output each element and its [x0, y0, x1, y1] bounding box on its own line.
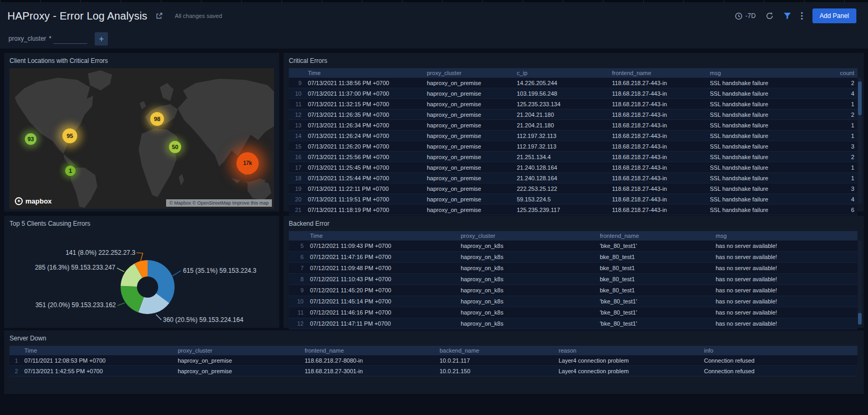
cell: 07/12/2021 11:47:11 PM +0700: [307, 318, 458, 329]
table-row[interactable]: 1007/13/2021 11:37:00 PM +0700haproxy_on…: [289, 88, 857, 99]
world-map[interactable]: ✦ mapbox © Mapbox © OpenStreetMap Improv…: [10, 68, 274, 209]
table-row[interactable]: 1607/13/2021 11:25:56 PM +0700haproxy_on…: [289, 152, 857, 162]
cell: 118.68.218.27-443-in: [609, 88, 707, 99]
table-row[interactable]: 1307/13/2021 11:26:34 PM +0700haproxy_on…: [289, 120, 857, 131]
cell: 07/13/2021 1:42:55 PM +0700: [21, 366, 175, 376]
map-bubble[interactable]: 93: [25, 133, 36, 145]
add-panel-button[interactable]: Add Panel: [812, 8, 856, 23]
column-header[interactable]: Time: [21, 346, 175, 355]
column-header[interactable]: proxy_cluster: [424, 68, 514, 78]
cell: 118.68.218.27-443-in: [609, 120, 707, 131]
cell: haproxy_on_k8s: [458, 252, 597, 263]
column-header[interactable]: backend_name: [436, 346, 555, 355]
cell: 103.199.56.248: [514, 88, 609, 99]
scrollbar-thumb[interactable]: [858, 81, 862, 115]
table-row[interactable]: 507/12/2021 11:09:43 PM +0700haproxy_on_…: [289, 241, 857, 252]
time-range-button[interactable]: -7D: [735, 12, 755, 20]
map-bubble[interactable]: 50: [169, 141, 181, 153]
row-number: 5: [289, 241, 307, 252]
table-row[interactable]: 1107/12/2021 11:46:16 PM +0700haproxy_on…: [289, 307, 857, 318]
table-row[interactable]: 1107/13/2021 11:32:15 PM +0700haproxy_on…: [289, 99, 857, 109]
cell: 07/12/2021 11:47:16 PM +0700: [307, 252, 458, 263]
table-row[interactable]: 907/12/2021 11:45:20 PM +0700haproxy_on_…: [289, 285, 857, 296]
column-header[interactable]: Time: [307, 231, 458, 241]
filter-button[interactable]: [783, 12, 791, 20]
map-bubble[interactable]: 1: [65, 165, 76, 176]
table-row[interactable]: 807/12/2021 11:10:43 PM +0700haproxy_on_…: [289, 274, 857, 285]
cell: 118.68.218.27-443-in: [609, 194, 707, 205]
table-row[interactable]: 107/11/2021 12:08:53 PM +0700haproxy_on_…: [10, 355, 857, 366]
map-attribution[interactable]: © Mapbox © OpenStreetMap Improve this ma…: [166, 199, 272, 207]
column-header[interactable]: [289, 68, 305, 78]
cell: haproxy_on_premise: [424, 194, 514, 205]
cell: haproxy_on_k8s: [458, 285, 597, 296]
column-header[interactable]: [289, 231, 307, 241]
more-menu-button[interactable]: [801, 12, 803, 20]
mapbox-logo[interactable]: ✦ mapbox: [15, 197, 52, 205]
column-header[interactable]: reason: [555, 346, 701, 355]
cell: 118.68.218.27-443-in: [609, 173, 707, 183]
column-header[interactable]: frontend_name: [609, 68, 707, 78]
table-row[interactable]: 2107/13/2021 11:18:19 PM +0700haproxy_on…: [289, 205, 857, 215]
table-row[interactable]: 1507/13/2021 11:26:20 PM +0700haproxy_on…: [289, 141, 857, 152]
table-row[interactable]: 1207/12/2021 11:47:11 PM +0700haproxy_on…: [289, 318, 857, 329]
column-header[interactable]: msg: [712, 231, 857, 241]
refresh-button[interactable]: [765, 12, 774, 20]
table-row[interactable]: 907/13/2021 11:38:56 PM +0700haproxy_on_…: [289, 78, 857, 88]
refresh-icon: [765, 12, 774, 20]
column-header[interactable]: [10, 346, 21, 355]
scrollbar-thumb[interactable]: [858, 313, 862, 325]
cell: haproxy_on_k8s: [458, 296, 597, 307]
column-header[interactable]: proxy_cluster: [175, 346, 301, 355]
scrollbar-track[interactable]: [858, 240, 862, 325]
table-row[interactable]: 1207/13/2021 11:26:35 PM +0700haproxy_on…: [289, 109, 857, 120]
column-header[interactable]: frontend_name: [301, 346, 436, 355]
scrollbar-track[interactable]: [858, 77, 862, 204]
column-header[interactable]: frontend_name: [597, 231, 712, 241]
kebab-menu-icon: [801, 12, 803, 20]
cell: haproxy_on_premise: [424, 152, 514, 162]
add-filter-button[interactable]: +: [95, 32, 108, 45]
table-row[interactable]: 607/12/2021 11:47:16 PM +0700haproxy_on_…: [289, 252, 857, 263]
table-row[interactable]: 2007/13/2021 11:19:51 PM +0700haproxy_on…: [289, 194, 857, 205]
cell: SSL handshake failure: [707, 205, 811, 215]
cell: bke_80_test1: [597, 285, 712, 296]
map-bubble[interactable]: 17k: [236, 152, 259, 174]
cell: 1: [811, 173, 857, 183]
map-bubble[interactable]: 98: [150, 112, 164, 126]
cell: Layer4 connection problem: [555, 366, 701, 376]
map-bubble[interactable]: 95: [62, 128, 77, 143]
row-number: 11: [289, 99, 305, 109]
table-row[interactable]: 1907/13/2021 11:22:11 PM +0700haproxy_on…: [289, 183, 857, 194]
table-row[interactable]: 1807/13/2021 11:25:44 PM +0700haproxy_on…: [289, 173, 857, 183]
share-icon[interactable]: [155, 12, 163, 20]
column-header[interactable]: Time: [305, 68, 424, 78]
cell: haproxy_on_premise: [424, 109, 514, 120]
cell: 1: [811, 162, 857, 173]
filter-value-input[interactable]: [53, 34, 87, 44]
row-number: 10: [289, 296, 307, 307]
table-row[interactable]: 1007/12/2021 11:45:14 PM +0700haproxy_on…: [289, 296, 857, 307]
pie-label: 285 (16.3%) 59.153.233.247: [35, 264, 115, 271]
table-row[interactable]: 207/13/2021 1:42:55 PM +0700haproxy_on_p…: [10, 366, 857, 376]
cell: 118.68.218.27-443-in: [609, 99, 707, 109]
cell: SSL handshake failure: [707, 194, 811, 205]
panel-server-down: Server Down Timeproxy_clusterfrontend_na…: [4, 330, 864, 394]
table-row[interactable]: 1407/13/2021 11:26:24 PM +0700haproxy_on…: [289, 131, 857, 141]
cell: 21.204.21.180: [514, 109, 609, 120]
column-header[interactable]: info: [701, 346, 857, 355]
column-header[interactable]: count: [811, 68, 857, 78]
cell: 07/13/2021 11:25:56 PM +0700: [305, 152, 424, 162]
column-header[interactable]: msg: [707, 68, 811, 78]
column-header[interactable]: c_ip: [514, 68, 609, 78]
cell: has no server available!: [712, 252, 857, 263]
cell: haproxy_on_k8s: [458, 274, 597, 285]
table-row[interactable]: 1707/13/2021 11:25:45 PM +0700haproxy_on…: [289, 162, 857, 173]
cell: haproxy_on_k8s: [458, 307, 597, 318]
cell: 4: [811, 194, 857, 205]
table-row[interactable]: 707/12/2021 11:09:48 PM +0700haproxy_on_…: [289, 263, 857, 274]
cell: 07/13/2021 11:26:35 PM +0700: [305, 109, 424, 120]
cell: 21.251.134.4: [514, 152, 609, 162]
column-header[interactable]: proxy_cluster: [458, 231, 597, 241]
cell: 3: [811, 183, 857, 194]
